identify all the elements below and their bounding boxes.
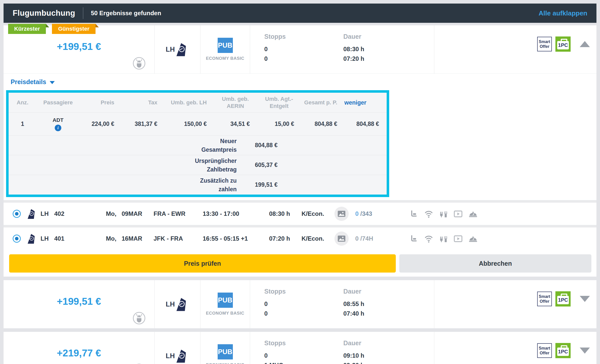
wifi-icon <box>424 210 433 218</box>
flight-1-date: 09MAR <box>122 210 152 217</box>
col-tax: Tax <box>121 99 164 106</box>
dauer-block: Dauer 09:10 h 09:30 h <box>343 339 422 364</box>
video-icon <box>454 210 462 218</box>
lh-tail-icon <box>25 233 37 244</box>
expand-arrow-icon[interactable] <box>580 296 590 302</box>
flight-2-duration: 07:20 h <box>269 235 302 242</box>
col-passagiere: Passagiere <box>36 99 80 106</box>
flight-1-cabin: K/Econ. <box>302 210 332 217</box>
price-column: +199,51 € <box>4 280 155 328</box>
offer-summary-2[interactable]: +199,51 € LH PUB ECONOMY BASIC Stopps 0 … <box>4 280 596 328</box>
flight-1-seats: 0 /343 <box>355 210 388 217</box>
col-anz: Anz. <box>9 99 36 106</box>
price-table-header: Anz. Passagiere Preis Tax Umb. geb. LH U… <box>9 93 387 112</box>
baggage-badge: 1PC <box>555 343 571 358</box>
wifi-icon <box>424 235 433 243</box>
top-bar: Flugumbuchung 50 Ergebnisse gefunden All… <box>4 4 596 23</box>
smart-offer-line2: Offer <box>540 44 549 49</box>
dauer-block: Dauer 08:55 h 07:40 h <box>343 288 422 328</box>
baggage-allowance: 1PC <box>558 349 568 355</box>
col-umb-geb-aerin-l1: Umb. geb. <box>222 96 249 102</box>
price-difference: +199,51 € <box>4 296 154 307</box>
baggage-allowance: 1PC <box>558 42 568 48</box>
check-price-button[interactable]: Preis prüfen <box>9 254 396 273</box>
title-divider <box>83 7 83 19</box>
aircraft-photo-icon[interactable] <box>334 232 349 246</box>
smart-offer-line2: Offer <box>540 299 549 303</box>
dauer-outbound: 08:55 h <box>343 299 422 309</box>
flight-1-number: 402 <box>54 210 77 217</box>
offer-card-3: +219,77 € LH PUB ECONOMY BASIC Stopps 0 … <box>4 332 596 364</box>
airline-logo: LH <box>166 296 189 312</box>
seats-left: 0 <box>355 235 359 242</box>
seats-left: 0 <box>355 210 359 217</box>
airline-logo: LH <box>166 42 189 57</box>
airline-column: LH <box>155 332 200 364</box>
smart-offer-line1: Smart <box>539 346 550 350</box>
fare-code-badge: PUB <box>218 344 233 359</box>
aircraft-photo-icon[interactable] <box>334 207 349 221</box>
collapse-arrow-icon[interactable] <box>580 41 590 47</box>
meal-icon <box>468 210 478 217</box>
smart-offer-line1: Smart <box>539 40 550 44</box>
seats-total: /74H <box>360 235 373 242</box>
flight-rebooking-page: Flugumbuchung 50 Ergebnisse gefunden All… <box>0 0 600 364</box>
suitcase-icon: 1PC <box>557 348 569 356</box>
stopps-label: Stopps <box>264 33 343 40</box>
cell-anz: 1 <box>9 121 36 127</box>
dauer-label: Dauer <box>343 339 422 347</box>
stopps-return: 0 <box>264 54 343 64</box>
cell-tax: 381,37 € <box>121 121 164 127</box>
additional-pay-value: 199,51 € <box>237 181 328 188</box>
expand-all-link[interactable]: Alle aufklappen <box>539 9 587 17</box>
info-icon[interactable]: i <box>55 125 61 131</box>
fare-name: ECONOMY BASIC <box>206 311 245 316</box>
robot-icon <box>133 312 146 325</box>
flight-2-cabin: K/Econ. <box>302 235 332 242</box>
page-title: Flugumbuchung <box>13 9 75 18</box>
expand-arrow-icon[interactable] <box>580 348 590 354</box>
chevron-down-icon[interactable] <box>50 81 55 84</box>
flight-1-duration: 08:30 h <box>269 210 302 217</box>
offer-badges: Smart Offer 1PC <box>537 36 590 52</box>
price-details-toggle[interactable]: Preisdetails <box>11 78 46 86</box>
airline-logo: LH <box>166 348 189 364</box>
results-count: 50 Ergebnisse gefunden <box>91 10 161 17</box>
seat-icon <box>410 210 418 218</box>
price-details-table: Anz. Passagiere Preis Tax Umb. geb. LH U… <box>6 90 389 197</box>
shortest-badge: Kürzester <box>8 24 46 34</box>
stopps-return: 1 MUC <box>264 360 343 364</box>
lh-tail-icon <box>173 348 189 364</box>
cancel-button[interactable]: Abbrechen <box>399 254 591 273</box>
cell-gesamt: 804,88 € <box>301 121 344 127</box>
flight-2-radio[interactable] <box>13 235 21 243</box>
weniger-link[interactable]: weniger <box>344 99 387 106</box>
cell-preis: 224,00 € <box>80 121 121 127</box>
cell-passenger: ADT i <box>36 117 80 131</box>
robot-icon <box>133 57 146 70</box>
cell-umb-agt: 15,00 € <box>257 121 301 127</box>
badge-row: Kürzester Günstigster <box>8 24 96 34</box>
original-amount-value: 605,37 € <box>237 162 328 168</box>
flight-1-radio[interactable] <box>13 210 21 218</box>
offer-summary-1[interactable]: Kürzester Günstigster +199,51 € LH PUB E… <box>4 25 596 73</box>
seats-total: /343 <box>360 210 372 217</box>
flight-segment-2: LH 401 Mo, 16MAR JFK - FRA 16:55 - 05:15… <box>4 227 596 250</box>
airline-code: LH <box>166 300 175 308</box>
offer-summary-3[interactable]: +219,77 € LH PUB ECONOMY BASIC Stopps 0 … <box>4 332 596 364</box>
col-umb-geb-aerin: Umb. geb. AERIN <box>214 95 257 110</box>
dauer-return: 07:40 h <box>343 309 422 318</box>
col-umb-agt-l1: Umb. Agt.- <box>265 96 293 102</box>
col-umb-geb-lh: Umb. geb. LH <box>164 99 214 106</box>
dauer-label: Dauer <box>343 288 422 295</box>
offer-badges: Smart Offer 1PC <box>537 343 590 358</box>
power-usb-icon <box>439 235 448 242</box>
dauer-label: Dauer <box>343 33 422 40</box>
flight-2-route: JFK - FRA <box>154 235 201 242</box>
smart-offer-badge: Smart Offer <box>537 37 552 51</box>
new-total-label: Neuer Gesamtpreis <box>185 137 237 154</box>
fare-name: ECONOMY BASIC <box>206 56 245 61</box>
price-table-row: 1 ADT i 224,00 € 381,37 € 150,00 € 34,51… <box>9 112 387 135</box>
stats-column: Stopps 0 1 MUC Dauer 09:10 h 09:30 h <box>250 332 434 364</box>
col-umb-agt-l2: Entgelt <box>270 103 289 109</box>
